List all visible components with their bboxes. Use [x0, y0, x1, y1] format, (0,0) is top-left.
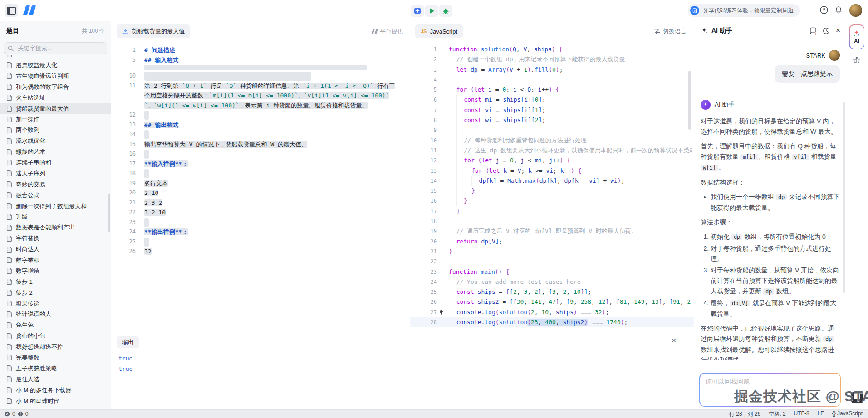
sidebar-item[interactable]: 五子棋获胜策略: [0, 363, 111, 374]
sidebar-item[interactable]: 连续子串的和: [0, 157, 111, 168]
code-line[interactable]: 26const ships2 = [[30, 141, 47], [9, 258…: [410, 297, 694, 307]
problem-line[interactable]: 12: [111, 110, 410, 120]
switch-language-button[interactable]: 切换语言: [654, 27, 687, 35]
sidebar-item[interactable]: 火车站选址: [0, 92, 111, 103]
code-line[interactable]: 17}: [410, 206, 694, 216]
code-line[interactable]: 19// 遍历完成之后 V 对应的 dp[V] 即是预算到 V 时的最大负荷。: [410, 226, 694, 236]
code-line[interactable]: 28console.log(solution(23, 400, ships2) …: [410, 317, 694, 327]
code-line[interactable]: 7const vi = ships[i][1];: [410, 105, 694, 115]
ai-question-input[interactable]: [700, 374, 840, 406]
sidebar-item[interactable]: 完美整数: [0, 352, 111, 363]
sidebar-item[interactable]: 徒步 1: [0, 277, 111, 287]
sidebar-item[interactable]: 两个数列: [0, 125, 111, 136]
code-line[interactable]: 18: [410, 216, 694, 226]
insert-snippet-button[interactable]: [411, 5, 424, 17]
sidebar-item[interactable]: 统计说谎的人: [0, 309, 111, 320]
sidebar-item[interactable]: 螺旋的艺术: [0, 146, 111, 157]
sidebar-item[interactable]: 数字乘积: [0, 255, 111, 266]
sidebar-item[interactable]: 字符替换: [0, 233, 111, 244]
debug-run-button[interactable]: [439, 5, 452, 17]
problem-line[interactable]: [111, 65, 410, 71]
sidebar-item[interactable]: 股票收益最大化: [0, 60, 111, 71]
sidebar-item[interactable]: 加一操作: [0, 114, 111, 125]
problem-line[interactable]: 24**输出样例**：: [111, 227, 410, 237]
status-item[interactable]: 行 28，列 26: [729, 410, 760, 418]
code-line[interactable]: 4: [410, 75, 694, 85]
problem-line[interactable]: 202 10: [111, 188, 410, 198]
sidebar-item[interactable]: 奇妙的交易: [0, 179, 111, 190]
problem-line[interactable]: 1# 问题描述: [111, 45, 410, 55]
problem-tab[interactable]: 货船载货量的最大值: [117, 24, 190, 38]
code-line[interactable]: 2// 创建一个数组 dp，用来记录不同预算下能获得的最大载货量: [410, 54, 694, 64]
problem-line[interactable]: 25: [111, 237, 410, 247]
code-line[interactable]: 1function solution(Q, V, ships) {: [410, 44, 694, 54]
code-line[interactable]: 13for (let k = V; k >= vi; k--) {: [410, 166, 694, 176]
ai-panel-close-button[interactable]: ✕: [835, 27, 841, 34]
sidebar-item[interactable]: 最佳人选: [0, 374, 111, 385]
sidebar-item[interactable]: 时尚达人: [0, 244, 111, 255]
debug-rail-button[interactable]: [853, 56, 861, 64]
status-item[interactable]: UTF-8: [794, 410, 809, 418]
lightbulb-icon[interactable]: [438, 309, 444, 316]
user-avatar[interactable]: [849, 4, 862, 17]
problem-line[interactable]: 10: [111, 71, 410, 81]
sidebar-item[interactable]: 徒步 2: [0, 287, 111, 298]
sidebar-toggle-button[interactable]: [5, 4, 18, 17]
status-item[interactable]: 空格: 2: [769, 410, 785, 418]
problems-status[interactable]: 0 0: [5, 411, 28, 417]
problem-line[interactable]: 19多行文本: [111, 179, 410, 189]
ai-assistant-rail-button[interactable]: AI: [849, 24, 864, 49]
problem-line[interactable]: 13## 输出格式: [111, 120, 410, 130]
clipped-list-item[interactable]: [0, 55, 111, 60]
sidebar-item[interactable]: 货船载货量的最大值: [0, 103, 111, 114]
language-tab[interactable]: JS JavaScript: [415, 24, 463, 38]
problem-line[interactable]: 23: [111, 218, 410, 228]
problem-line[interactable]: 5## 输入格式: [111, 55, 410, 65]
ai-chat-scrollbar[interactable]: [843, 102, 845, 293]
output-tab[interactable]: 输出: [117, 336, 139, 348]
help-button[interactable]: ?: [819, 5, 829, 15]
problem-line[interactable]: 17**输入样例**：: [111, 159, 410, 169]
problem-line[interactable]: 223 2 10: [111, 208, 410, 218]
problem-content[interactable]: 1# 问题描述5## 输入格式1011第 2 行到第 `Q + 1` 行是 `Q…: [111, 42, 410, 332]
new-chat-button[interactable]: [809, 27, 817, 35]
problem-line[interactable]: `、`w[i](1 <= w[i] <= 100)`，表示第 i 种货船的数量、…: [111, 101, 410, 111]
code-editor-content[interactable]: 1function solution(Q, V, ships) {2// 创建一…: [410, 42, 694, 332]
sidebar-item[interactable]: 小 M 的星球时代: [0, 396, 111, 407]
sidebar-item[interactable]: 和为偶数的数字组合: [0, 82, 111, 92]
code-line[interactable]: 16}: [410, 196, 694, 206]
code-line[interactable]: 3let dp = Array(V + 1).fill(0);: [410, 65, 694, 75]
code-line[interactable]: 9: [410, 125, 694, 135]
problem-line[interactable]: 18: [111, 169, 410, 179]
code-line[interactable]: 24// You can add more test cases here: [410, 277, 694, 287]
sidebar-item[interactable]: 兔生兔: [0, 320, 111, 331]
sidebar-item[interactable]: 小 M 的多任务下载器: [0, 385, 111, 396]
problem-line[interactable]: 11第 2 行到第 `Q + 1` 行是 `Q` 种货船的详细信息。第 `i +…: [111, 81, 410, 91]
sidebar-item[interactable]: 古生物血缘远近判断: [0, 71, 111, 82]
problem-line[interactable]: 212 3 2: [111, 198, 410, 208]
sidebar-item[interactable]: 数据表是否能顺利产出: [0, 222, 111, 233]
code-line[interactable]: 10// 每种货船利用多重背包问题的方法进行处理: [410, 136, 694, 146]
notifications-button[interactable]: [834, 5, 843, 15]
code-line[interactable]: 6const mi = ships[i][0];: [410, 95, 694, 105]
code-line[interactable]: 8const wi = ships[i][2];: [410, 115, 694, 125]
problem-line[interactable]: 15输出李华预算为 V 的情况下，货船载货量总和 W 的最大值。: [111, 140, 410, 150]
sidebar-item[interactable]: 融合公式: [0, 190, 111, 201]
editor-scrollbar[interactable]: [688, 71, 691, 130]
history-button[interactable]: [822, 27, 830, 35]
code-line[interactable]: 12for (let j = 0; j < mi; j++) {: [410, 156, 694, 165]
sidebar-item[interactable]: 迷人子序列: [0, 168, 111, 179]
problem-line[interactable]: 2632: [111, 247, 410, 257]
code-line[interactable]: 5for (let i = 0; i < Q; i++) {: [410, 85, 694, 95]
send-message-button[interactable]: [824, 393, 834, 403]
code-line[interactable]: 21}: [410, 247, 694, 257]
sidebar-item[interactable]: 流水线优化: [0, 136, 111, 146]
code-line[interactable]: 11// 这里 dp 数组要从大到小循环更新，以确保使用本船只时，前一次的预算状…: [410, 146, 694, 156]
sidebar-item[interactable]: 删除一次得到子数组最大和: [0, 201, 111, 212]
code-line[interactable]: 22: [410, 257, 694, 267]
code-line[interactable]: 20return dp[V];: [410, 237, 694, 247]
sidebar-item[interactable]: 数字增殖: [0, 266, 111, 277]
promo-banner[interactable]: 分享代码练习体验，领限量定制周边: [688, 4, 800, 17]
problem-line[interactable]: 个用空格分隔开的整数：`m[i](1 <= m[i] <= 1000)`、`v[…: [111, 91, 410, 101]
status-item[interactable]: LF: [818, 410, 824, 418]
